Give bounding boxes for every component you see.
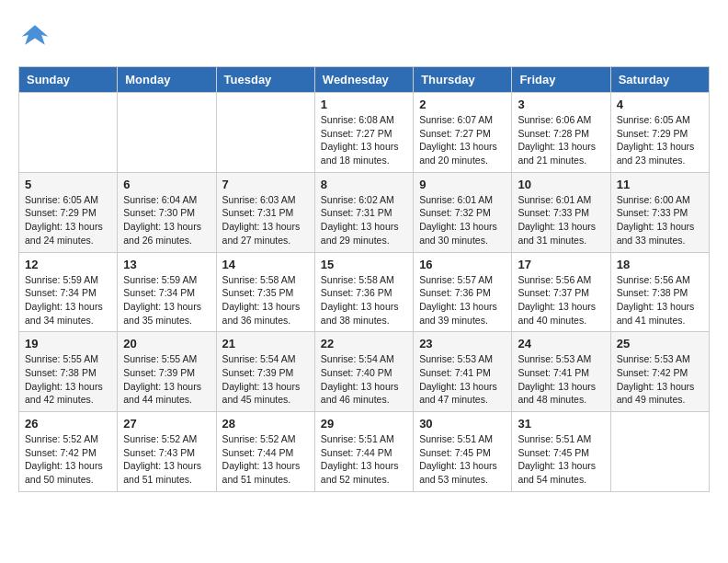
calendar-cell: 20Sunrise: 5:55 AM Sunset: 7:39 PM Dayli… — [118, 332, 216, 412]
day-info: Sunrise: 5:59 AM Sunset: 7:34 PM Dayligh… — [25, 273, 111, 327]
svg-marker-0 — [22, 25, 49, 45]
day-info: Sunrise: 5:51 AM Sunset: 7:44 PM Dayligh… — [321, 432, 407, 487]
day-info: Sunrise: 6:04 AM Sunset: 7:30 PM Dayligh… — [123, 193, 210, 247]
day-number: 22 — [321, 337, 407, 350]
day-number: 6 — [123, 178, 210, 191]
weekday-header: Sunday — [19, 67, 118, 93]
day-info: Sunrise: 5:56 AM Sunset: 7:38 PM Dayligh… — [617, 273, 703, 327]
day-number: 26 — [25, 417, 111, 431]
day-number: 30 — [419, 417, 506, 431]
calendar-cell: 2Sunrise: 6:07 AM Sunset: 7:27 PM Daylig… — [414, 93, 512, 173]
day-number: 23 — [419, 337, 506, 350]
calendar-cell: 15Sunrise: 5:58 AM Sunset: 7:36 PM Dayli… — [314, 252, 413, 332]
day-number: 24 — [518, 337, 604, 350]
calendar-cell: 9Sunrise: 6:01 AM Sunset: 7:32 PM Daylig… — [414, 172, 512, 252]
day-number: 31 — [518, 417, 604, 431]
calendar-cell: 28Sunrise: 5:52 AM Sunset: 7:44 PM Dayli… — [216, 412, 314, 492]
day-info: Sunrise: 6:03 AM Sunset: 7:31 PM Dayligh… — [222, 193, 309, 247]
weekday-header: Thursday — [414, 67, 512, 93]
day-info: Sunrise: 6:01 AM Sunset: 7:32 PM Dayligh… — [419, 193, 506, 247]
day-number: 19 — [25, 337, 111, 350]
day-number: 3 — [518, 98, 604, 111]
calendar-cell: 24Sunrise: 5:53 AM Sunset: 7:41 PM Dayli… — [512, 332, 610, 412]
calendar-cell: 19Sunrise: 5:55 AM Sunset: 7:38 PM Dayli… — [19, 332, 118, 412]
day-number: 5 — [25, 178, 111, 191]
calendar-week-row: 12Sunrise: 5:59 AM Sunset: 7:34 PM Dayli… — [19, 252, 710, 332]
calendar-cell: 6Sunrise: 6:04 AM Sunset: 7:30 PM Daylig… — [118, 172, 216, 252]
day-number: 15 — [321, 258, 407, 271]
day-info: Sunrise: 5:53 AM Sunset: 7:41 PM Dayligh… — [518, 352, 604, 407]
calendar-cell: 31Sunrise: 5:51 AM Sunset: 7:45 PM Dayli… — [512, 412, 610, 492]
day-info: Sunrise: 5:55 AM Sunset: 7:39 PM Dayligh… — [123, 352, 210, 407]
calendar-cell: 3Sunrise: 6:06 AM Sunset: 7:28 PM Daylig… — [512, 93, 610, 173]
calendar-cell: 17Sunrise: 5:56 AM Sunset: 7:37 PM Dayli… — [512, 252, 610, 332]
calendar-cell: 18Sunrise: 5:56 AM Sunset: 7:38 PM Dayli… — [610, 252, 709, 332]
calendar-cell: 22Sunrise: 5:54 AM Sunset: 7:40 PM Dayli… — [314, 332, 413, 412]
day-info: Sunrise: 6:06 AM Sunset: 7:28 PM Dayligh… — [518, 113, 604, 167]
day-number: 4 — [617, 98, 703, 111]
day-number: 20 — [123, 337, 210, 350]
day-info: Sunrise: 5:52 AM Sunset: 7:43 PM Dayligh… — [123, 432, 210, 487]
day-number: 29 — [321, 417, 407, 431]
weekday-header: Wednesday — [314, 67, 413, 93]
weekday-header: Tuesday — [216, 67, 314, 93]
day-info: Sunrise: 5:54 AM Sunset: 7:40 PM Dayligh… — [321, 352, 407, 407]
calendar-cell: 4Sunrise: 6:05 AM Sunset: 7:29 PM Daylig… — [610, 93, 709, 173]
calendar-cell: 30Sunrise: 5:51 AM Sunset: 7:45 PM Dayli… — [414, 412, 512, 492]
calendar-cell: 21Sunrise: 5:54 AM Sunset: 7:39 PM Dayli… — [216, 332, 314, 412]
day-info: Sunrise: 6:08 AM Sunset: 7:27 PM Dayligh… — [321, 113, 407, 167]
calendar-table: SundayMondayTuesdayWednesdayThursdayFrid… — [18, 66, 710, 492]
calendar-cell: 12Sunrise: 5:59 AM Sunset: 7:34 PM Dayli… — [19, 252, 118, 332]
weekday-header: Friday — [512, 67, 610, 93]
day-info: Sunrise: 5:52 AM Sunset: 7:44 PM Dayligh… — [222, 432, 309, 487]
weekday-header: Saturday — [610, 67, 709, 93]
day-number: 28 — [222, 417, 309, 431]
day-number: 18 — [617, 258, 703, 271]
day-number: 11 — [617, 178, 703, 191]
calendar-cell: 11Sunrise: 6:00 AM Sunset: 7:33 PM Dayli… — [610, 172, 709, 252]
page-header — [18, 18, 710, 52]
calendar-cell: 29Sunrise: 5:51 AM Sunset: 7:44 PM Dayli… — [314, 412, 413, 492]
calendar-cell: 14Sunrise: 5:58 AM Sunset: 7:35 PM Dayli… — [216, 252, 314, 332]
calendar-cell — [216, 93, 314, 173]
calendar-week-row: 5Sunrise: 6:05 AM Sunset: 7:29 PM Daylig… — [19, 172, 710, 252]
day-info: Sunrise: 5:58 AM Sunset: 7:35 PM Dayligh… — [222, 273, 309, 327]
calendar-week-row: 26Sunrise: 5:52 AM Sunset: 7:42 PM Dayli… — [19, 412, 710, 492]
calendar-cell — [118, 93, 216, 173]
day-info: Sunrise: 6:02 AM Sunset: 7:31 PM Dayligh… — [321, 193, 407, 247]
calendar-cell: 26Sunrise: 5:52 AM Sunset: 7:42 PM Dayli… — [19, 412, 118, 492]
day-number: 17 — [518, 258, 604, 271]
calendar-cell: 13Sunrise: 5:59 AM Sunset: 7:34 PM Dayli… — [118, 252, 216, 332]
calendar-cell — [19, 93, 118, 173]
calendar-cell: 7Sunrise: 6:03 AM Sunset: 7:31 PM Daylig… — [216, 172, 314, 252]
day-info: Sunrise: 6:05 AM Sunset: 7:29 PM Dayligh… — [617, 113, 703, 167]
calendar-cell — [610, 412, 709, 492]
day-info: Sunrise: 5:59 AM Sunset: 7:34 PM Dayligh… — [123, 273, 210, 327]
day-number: 14 — [222, 258, 309, 271]
day-info: Sunrise: 5:53 AM Sunset: 7:41 PM Dayligh… — [419, 352, 506, 407]
logo-bird-icon — [18, 18, 51, 52]
day-number: 25 — [617, 337, 703, 350]
day-info: Sunrise: 6:00 AM Sunset: 7:33 PM Dayligh… — [617, 193, 703, 247]
day-number: 21 — [222, 337, 309, 350]
calendar-cell: 27Sunrise: 5:52 AM Sunset: 7:43 PM Dayli… — [118, 412, 216, 492]
day-number: 8 — [321, 178, 407, 191]
day-info: Sunrise: 5:57 AM Sunset: 7:36 PM Dayligh… — [419, 273, 506, 327]
day-info: Sunrise: 5:53 AM Sunset: 7:42 PM Dayligh… — [617, 352, 703, 407]
day-info: Sunrise: 5:55 AM Sunset: 7:38 PM Dayligh… — [25, 352, 111, 407]
day-number: 2 — [419, 98, 506, 111]
weekday-header: Monday — [118, 67, 216, 93]
calendar-week-row: 1Sunrise: 6:08 AM Sunset: 7:27 PM Daylig… — [19, 93, 710, 173]
day-number: 1 — [321, 98, 407, 111]
logo — [18, 18, 55, 52]
calendar-cell: 5Sunrise: 6:05 AM Sunset: 7:29 PM Daylig… — [19, 172, 118, 252]
day-info: Sunrise: 5:54 AM Sunset: 7:39 PM Dayligh… — [222, 352, 309, 407]
day-number: 9 — [419, 178, 506, 191]
day-number: 7 — [222, 178, 309, 191]
day-number: 27 — [123, 417, 210, 431]
day-info: Sunrise: 6:01 AM Sunset: 7:33 PM Dayligh… — [518, 193, 604, 247]
day-number: 10 — [518, 178, 604, 191]
day-number: 12 — [25, 258, 111, 271]
day-info: Sunrise: 6:05 AM Sunset: 7:29 PM Dayligh… — [25, 193, 111, 247]
calendar-cell: 10Sunrise: 6:01 AM Sunset: 7:33 PM Dayli… — [512, 172, 610, 252]
